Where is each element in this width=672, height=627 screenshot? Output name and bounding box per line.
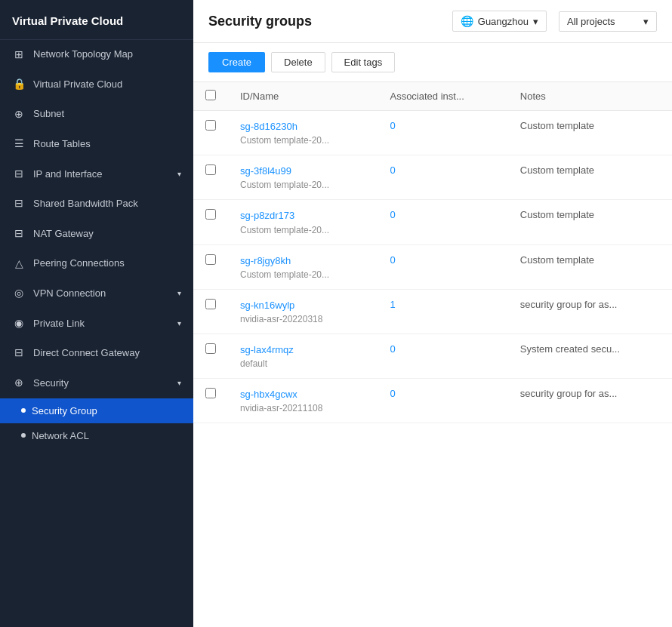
table-row: sg-r8jgy8kh Custom template-20... 0 Cust… (193, 244, 672, 289)
table-row: sg-hbx4gcwx nvidia-asr-20211108 0 securi… (193, 379, 672, 423)
sidebar-item-ip-interface[interactable]: ⊟ IP and Interface ▾ (0, 159, 193, 189)
vpc-icon: 🔒 (12, 77, 26, 92)
row-count-link-1[interactable]: 0 (390, 164, 395, 176)
project-selector[interactable]: All projects ▾ (559, 11, 657, 32)
toolbar: Create Delete Edit tags (193, 43, 672, 82)
delete-button[interactable]: Delete (271, 52, 325, 72)
main-header: Security groups 🌐 Guangzhou ▾ All projec… (193, 0, 672, 43)
sidebar-item-route-tables[interactable]: ☰ Route Tables (0, 129, 193, 159)
sidebar-label-network-topology: Network Topology Map (33, 48, 181, 61)
row-id-link-6[interactable]: sg-hbx4gcwx (240, 388, 365, 401)
sidebar-label-private-link: Private Link (33, 317, 170, 330)
sidebar-label-direct-connect: Direct Connect Gateway (33, 346, 181, 360)
row-notes-2: Custom template (508, 200, 672, 244)
peering-icon: △ (12, 257, 26, 272)
table-row: sg-3f8l4u99 Custom template-20... 0 Cust… (193, 155, 672, 200)
direct-connect-icon: ⊟ (12, 346, 26, 361)
sidebar-item-vpc[interactable]: 🔒 Virtual Private Cloud (0, 69, 193, 100)
row-name-6: nvidia-asr-20211108 (240, 403, 365, 413)
sidebar-label-route-tables: Route Tables (33, 137, 181, 151)
sidebar-item-subnet[interactable]: ⊕ Subnet (0, 100, 193, 130)
row-id-link-2[interactable]: sg-p8zdr173 (240, 209, 365, 223)
row-notes-3: Custom template (508, 244, 672, 289)
row-id-link-4[interactable]: sg-kn16wylp (240, 299, 365, 312)
row-count-link-6[interactable]: 0 (390, 388, 395, 399)
row-count-link-2[interactable]: 0 (390, 209, 395, 220)
create-button[interactable]: Create (208, 52, 265, 72)
sidebar-subitem-network-acl[interactable]: Network ACL (0, 423, 193, 448)
row-id-name-2: sg-p8zdr173 Custom template-20... (228, 200, 378, 244)
sidebar-item-vpn[interactable]: ◎ VPN Connection ▾ (0, 278, 193, 309)
row-id-name-6: sg-hbx4gcwx nvidia-asr-20211108 (228, 379, 378, 423)
row-id-name-5: sg-lax4rmqz default (228, 333, 378, 378)
sidebar-label-shared-bandwidth: Shared Bandwidth Pack (33, 197, 181, 211)
row-notes-5: System created secu... (508, 333, 672, 378)
row-select-4[interactable] (205, 299, 216, 309)
project-chevron-icon: ▾ (643, 16, 649, 27)
sidebar-label-vpn: VPN Connection (33, 287, 170, 300)
row-count-link-3[interactable]: 0 (390, 254, 395, 266)
sidebar-label-subnet: Subnet (33, 107, 181, 121)
security-groups-table: ID/Name Associated inst... Notes sg-8d16… (193, 82, 672, 627)
table-row: sg-p8zdr173 Custom template-20... 0 Cust… (193, 200, 672, 244)
row-id-name-1: sg-3f8l4u99 Custom template-20... (228, 155, 378, 200)
row-checkbox-5 (193, 333, 228, 378)
row-select-0[interactable] (205, 120, 216, 131)
sidebar-item-network-topology[interactable]: ⊞ Network Topology Map (0, 40, 193, 70)
row-notes-1: Custom template (508, 155, 672, 200)
row-checkbox-0 (193, 111, 228, 155)
shared-bandwidth-icon: ⊟ (12, 196, 26, 211)
route-tables-icon: ☰ (12, 137, 26, 152)
nat-gateway-icon: ⊟ (12, 226, 26, 241)
row-select-5[interactable] (205, 343, 216, 354)
row-name-5: default (240, 358, 365, 369)
row-name-4: nvidia-asr-20220318 (240, 314, 365, 324)
row-id-link-1[interactable]: sg-3f8l4u99 (240, 164, 365, 178)
row-notes-6: security group for as... (508, 379, 672, 423)
sidebar-item-private-link[interactable]: ◉ Private Link ▾ (0, 309, 193, 339)
row-name-3: Custom template-20... (240, 269, 365, 280)
row-count-link-0[interactable]: 0 (390, 120, 395, 131)
sidebar-item-peering[interactable]: △ Peering Connections (0, 249, 193, 279)
sidebar-label-nat-gateway: NAT Gateway (33, 227, 181, 241)
subitem-label-network-acl: Network ACL (32, 430, 89, 441)
row-id-name-3: sg-r8jgy8kh Custom template-20... (228, 244, 378, 289)
row-id-link-3[interactable]: sg-r8jgy8kh (240, 254, 365, 268)
row-select-6[interactable] (205, 388, 216, 398)
row-select-2[interactable] (205, 209, 216, 220)
row-count-4: 1 (378, 289, 507, 333)
chevron-icon: ▾ (177, 378, 181, 389)
row-count-link-5[interactable]: 0 (390, 343, 395, 355)
row-count-1: 0 (378, 155, 507, 200)
row-checkbox-1 (193, 155, 228, 200)
sidebar-item-shared-bandwidth[interactable]: ⊟ Shared Bandwidth Pack (0, 189, 193, 219)
row-select-3[interactable] (205, 254, 216, 265)
chevron-icon: ▾ (177, 288, 181, 299)
row-count-3: 0 (378, 244, 507, 289)
sidebar-item-direct-connect[interactable]: ⊟ Direct Connect Gateway (0, 338, 193, 368)
row-id-name-0: sg-8d16230h Custom template-20... (228, 111, 378, 155)
chevron-icon: ▾ (177, 318, 181, 329)
row-count-link-4[interactable]: 1 (390, 299, 395, 310)
row-checkbox-3 (193, 244, 228, 289)
select-all-checkbox[interactable] (205, 90, 216, 100)
region-selector[interactable]: 🌐 Guangzhou ▾ (452, 11, 547, 32)
table-row: sg-lax4rmqz default 0 System created sec… (193, 333, 672, 378)
row-id-link-5[interactable]: sg-lax4rmqz (240, 343, 365, 357)
sidebar-item-security[interactable]: ⊕ Security ▾ (0, 368, 193, 398)
row-count-0: 0 (378, 111, 507, 155)
row-id-link-0[interactable]: sg-8d16230h (240, 120, 365, 134)
sidebar-item-nat-gateway[interactable]: ⊟ NAT Gateway (0, 219, 193, 249)
security-icon: ⊕ (12, 376, 26, 391)
dot-icon (21, 433, 26, 438)
network-topology-icon: ⊞ (12, 48, 26, 63)
row-select-1[interactable] (205, 164, 216, 175)
page-title: Security groups (208, 14, 440, 29)
row-name-1: Custom template-20... (240, 180, 365, 190)
sidebar-subitem-security-group[interactable]: Security Group (0, 398, 193, 423)
region-chevron-icon: ▾ (533, 16, 538, 27)
sidebar-title: Virtual Private Cloud (0, 0, 193, 40)
edit-tags-button[interactable]: Edit tags (331, 52, 396, 72)
main-content: Security groups 🌐 Guangzhou ▾ All projec… (193, 0, 672, 627)
sidebar-label-vpc: Virtual Private Cloud (33, 78, 181, 91)
